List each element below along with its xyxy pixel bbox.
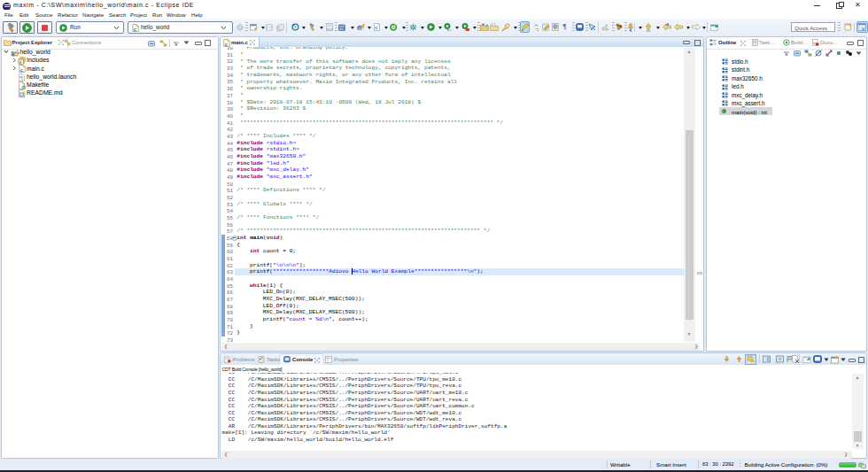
svg-text:010: 010 — [327, 27, 333, 31]
svg-text:01: 01 — [340, 27, 344, 31]
svg-text:01: 01 — [447, 28, 452, 31]
svg-text:c: c — [375, 25, 377, 30]
